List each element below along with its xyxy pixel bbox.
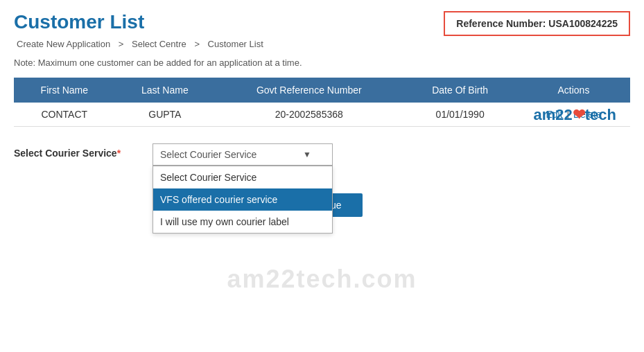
cell-first-name: CONTACT: [14, 103, 115, 127]
col-actions: Actions: [517, 78, 630, 103]
option-default[interactable]: Select Courier Service: [153, 166, 332, 188]
courier-section: Select Courier Service* Select Courier S…: [14, 143, 630, 166]
col-govt-ref: Govt Reference Number: [215, 78, 403, 103]
courier-label: Select Courier Service*: [14, 143, 139, 159]
col-dob: Date Of Birth: [403, 78, 516, 103]
courier-dropdown-selected[interactable]: Select Courier Service ▼: [153, 143, 333, 166]
breadcrumb: Create New Application > Select Centre >…: [14, 39, 630, 49]
chevron-down-icon: ▼: [303, 150, 311, 159]
breadcrumb-sep-1: >: [119, 39, 124, 49]
breadcrumb-item-1: Create New Application: [17, 39, 110, 49]
brand-name: am22: [533, 106, 572, 123]
col-last-name: Last Name: [115, 78, 215, 103]
courier-dropdown-wrapper: Select Courier Service ▼ Select Courier …: [153, 143, 333, 166]
reference-box: Reference Number: USA100824225: [444, 11, 630, 36]
breadcrumb-item-2: Select Centre: [132, 39, 186, 49]
required-marker: *: [117, 148, 121, 159]
reference-label: Reference Number:: [456, 18, 546, 29]
dropdown-selected-text: Select Courier Service: [160, 149, 256, 160]
courier-label-text: Select Courier Service: [14, 148, 117, 159]
cell-last-name: GUPTA: [115, 103, 215, 127]
col-first-name: First Name: [14, 78, 115, 103]
option-vfs[interactable]: VFS offered courier service: [153, 188, 332, 211]
cell-dob: 01/01/1990: [403, 103, 516, 127]
brand-suffix: tech: [585, 106, 616, 123]
brand-logo: am22❤tech: [533, 106, 616, 124]
cell-govt-ref: 20-2002585368: [215, 103, 403, 127]
breadcrumb-item-3: Customer List: [208, 39, 263, 49]
note-text: Note: Maximum one customer can be added …: [14, 58, 630, 68]
breadcrumb-sep-2: >: [194, 39, 200, 49]
watermark: am22tech.com: [227, 265, 417, 294]
option-own[interactable]: I will use my own courier label: [153, 211, 332, 233]
brand-heart: ❤: [573, 106, 585, 123]
page-wrapper: Customer List Create New Application > S…: [0, 0, 644, 231]
reference-value: USA100824225: [548, 18, 618, 29]
table-header-row: First Name Last Name Govt Reference Numb…: [14, 78, 630, 103]
courier-dropdown-menu: Select Courier Service VFS offered couri…: [153, 166, 333, 234]
